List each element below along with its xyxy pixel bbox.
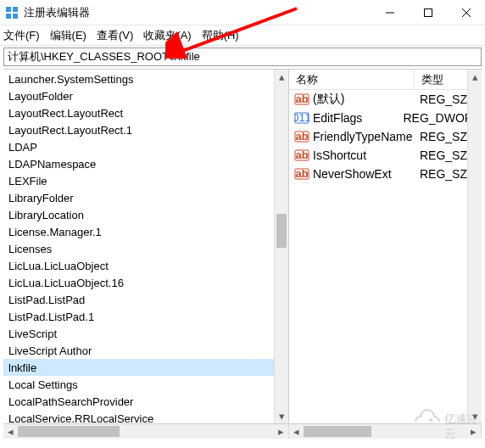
value-type: REG_SZ bbox=[416, 148, 467, 162]
tree-item[interactable]: LDAP bbox=[3, 138, 288, 155]
tree-item-label: License.Manager.1 bbox=[8, 226, 102, 238]
value-name: FriendlyTypeName bbox=[313, 130, 416, 143]
svg-rect-1 bbox=[13, 7, 18, 12]
tree-item[interactable]: LEXFile bbox=[3, 172, 288, 189]
tree-item[interactable]: LocalPathSearchProvider bbox=[3, 393, 288, 410]
values-list[interactable]: ab(默认)REG_SZ011EditFlagsREG_DWORDabFrien… bbox=[289, 90, 482, 183]
tree-item-label: LayoutFolder bbox=[8, 90, 73, 103]
tree-item-label: LayoutRect.LayoutRect bbox=[8, 107, 123, 120]
tree-item-label: Licenses bbox=[8, 243, 52, 255]
tree-item-label: LicLua.LicLuaObject bbox=[8, 260, 109, 272]
tree-item[interactable]: Launcher.SystemSettings bbox=[3, 70, 288, 87]
value-name: (默认) bbox=[313, 92, 416, 107]
tree-item[interactable]: ListPad.ListPad bbox=[3, 291, 288, 308]
tree-item-label: LiveScript Author bbox=[8, 344, 92, 357]
value-type: REG_SZ bbox=[416, 92, 467, 106]
tree-item-label: LayoutRect.LayoutRect.1 bbox=[8, 124, 132, 137]
value-name: EditFlags bbox=[313, 111, 399, 125]
scroll-up-icon[interactable]: ▴ bbox=[275, 70, 288, 84]
watermark: 亿速云 亿速云 bbox=[410, 406, 478, 433]
tree-item[interactable]: LayoutFolder bbox=[3, 87, 288, 104]
value-type: REG_SZ bbox=[416, 167, 467, 181]
tree-item-label: lnkfile bbox=[8, 361, 36, 374]
string-value-icon: ab bbox=[294, 167, 309, 181]
menu-view[interactable]: 查看(V) bbox=[97, 28, 133, 43]
column-header-name[interactable]: 名称 bbox=[289, 70, 415, 89]
scroll-thumb[interactable] bbox=[276, 214, 287, 248]
value-type: REG_SZ bbox=[416, 130, 467, 143]
close-button[interactable] bbox=[447, 0, 485, 25]
menu-edit[interactable]: 编辑(E) bbox=[50, 28, 86, 43]
tree-item-label: LocalPathSearchProvider bbox=[8, 395, 133, 408]
svg-text:ab: ab bbox=[295, 167, 308, 180]
tree-item-label: Local Settings bbox=[8, 378, 78, 391]
tree-item[interactable]: ListPad.ListPad.1 bbox=[3, 308, 288, 325]
tree-item[interactable]: LicLua.LicLuaObject.16 bbox=[3, 274, 288, 291]
tree-item-label: LDAPNamespace bbox=[8, 158, 96, 171]
tree-item-label: LEXFile bbox=[8, 175, 47, 188]
tree-item[interactable]: lnkfile bbox=[3, 359, 288, 376]
minimize-button[interactable] bbox=[371, 0, 409, 25]
tree-item[interactable]: LibraryLocation bbox=[3, 206, 288, 223]
tree-item-label: LDAP bbox=[8, 141, 37, 154]
tree-item[interactable]: LocalService.RRLocalService bbox=[3, 410, 288, 423]
svg-text:011: 011 bbox=[294, 111, 309, 124]
scroll-left-icon[interactable]: ◂ bbox=[289, 425, 304, 438]
address-bar[interactable]: 计算机\HKEY_CLASSES_ROOT\lnkfile bbox=[3, 48, 482, 66]
tree-item[interactable]: LibraryFolder bbox=[3, 189, 288, 206]
tree-item[interactable]: LiveScript bbox=[3, 325, 288, 342]
svg-rect-2 bbox=[6, 14, 11, 19]
scroll-down-icon[interactable]: ▾ bbox=[275, 409, 288, 423]
svg-point-20 bbox=[429, 418, 432, 422]
watermark-text: 亿速云 bbox=[444, 412, 478, 442]
tree-item-label: LibraryFolder bbox=[8, 192, 74, 204]
value-row[interactable]: 011EditFlagsREG_DWORD bbox=[289, 109, 482, 127]
tree-item[interactable]: LiveScript Author bbox=[3, 342, 288, 359]
tree-item[interactable]: LicLua.LicLuaObject bbox=[3, 257, 288, 274]
app-icon bbox=[5, 6, 19, 20]
registry-tree[interactable]: Launcher.SystemSettingsLayoutFolderLayou… bbox=[3, 70, 288, 423]
tree-item[interactable]: Licenses bbox=[3, 240, 288, 257]
tree-item-label: LibraryLocation bbox=[8, 209, 84, 221]
svg-rect-3 bbox=[13, 14, 18, 19]
tree-item[interactable]: License.Manager.1 bbox=[3, 223, 288, 240]
string-value-icon: ab bbox=[294, 92, 309, 106]
maximize-button[interactable] bbox=[409, 0, 447, 25]
tree-pane: Launcher.SystemSettingsLayoutFolderLayou… bbox=[3, 70, 289, 423]
tree-item-label: Launcher.SystemSettings bbox=[8, 73, 133, 86]
tree-horizontal-scrollbar[interactable]: ◂ ▸ bbox=[3, 424, 289, 439]
window-title: 注册表编辑器 bbox=[24, 5, 371, 20]
tree-item-label: LiveScript bbox=[8, 328, 57, 340]
tree-vertical-scrollbar[interactable]: ▴ ▾ bbox=[274, 70, 288, 423]
svg-text:ab: ab bbox=[295, 92, 308, 105]
tree-item-label: LocalService.RRLocalService bbox=[8, 412, 153, 424]
scroll-thumb[interactable] bbox=[18, 426, 120, 437]
string-value-icon: ab bbox=[294, 130, 309, 143]
menu-file[interactable]: 文件(F) bbox=[3, 28, 40, 43]
svg-text:ab: ab bbox=[295, 130, 308, 143]
tree-item[interactable]: Local Settings bbox=[3, 376, 288, 393]
value-name: IsShortcut bbox=[313, 148, 416, 162]
scroll-thumb[interactable] bbox=[304, 426, 371, 437]
value-row[interactable]: abIsShortcutREG_SZ bbox=[289, 146, 482, 165]
tree-item[interactable]: LayoutRect.LayoutRect.1 bbox=[3, 121, 288, 138]
scroll-left-icon[interactable]: ◂ bbox=[3, 425, 18, 438]
svg-text:ab: ab bbox=[295, 148, 308, 161]
value-row[interactable]: abFriendlyTypeNameREG_SZ bbox=[289, 127, 482, 146]
menu-favorites[interactable]: 收藏夹(A) bbox=[143, 28, 191, 43]
scroll-up-icon[interactable]: ▴ bbox=[468, 70, 482, 84]
tree-item[interactable]: LDAPNamespace bbox=[3, 155, 288, 172]
main-panes: Launcher.SystemSettingsLayoutFolderLayou… bbox=[3, 69, 482, 424]
values-vertical-scrollbar[interactable]: ▴ ▾ bbox=[467, 70, 482, 423]
menu-help[interactable]: 帮助(H) bbox=[202, 28, 239, 43]
titlebar: 注册表编辑器 bbox=[0, 0, 485, 25]
svg-rect-5 bbox=[424, 8, 432, 16]
value-row[interactable]: ab(默认)REG_SZ bbox=[289, 90, 482, 109]
tree-item-label: ListPad.ListPad.1 bbox=[8, 311, 94, 323]
scroll-right-icon[interactable]: ▸ bbox=[274, 425, 288, 438]
tree-item[interactable]: LayoutRect.LayoutRect bbox=[3, 104, 288, 121]
tree-item-label: LicLua.LicLuaObject.16 bbox=[8, 277, 124, 289]
values-pane: 名称 类型 ab(默认)REG_SZ011EditFlagsREG_DWORDa… bbox=[289, 70, 482, 423]
value-row[interactable]: abNeverShowExtREG_SZ bbox=[289, 165, 482, 183]
menubar: 文件(F) 编辑(E) 查看(V) 收藏夹(A) 帮助(H) bbox=[0, 25, 485, 46]
